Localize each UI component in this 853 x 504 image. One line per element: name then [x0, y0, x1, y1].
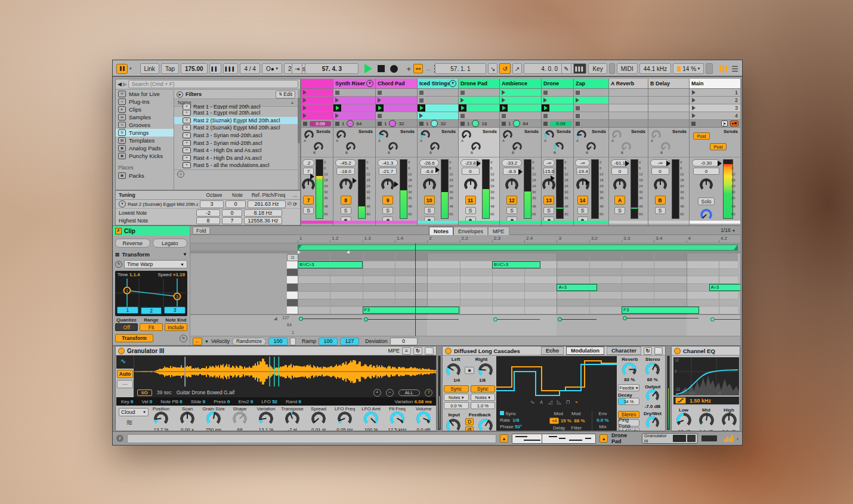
clip-slot[interactable] — [301, 112, 333, 120]
playing-clip-button[interactable] — [459, 104, 466, 112]
clip-play-icon[interactable] — [303, 90, 307, 95]
knob-value[interactable]: 13.1 % — [252, 427, 280, 431]
sidebar-item-punchy-kicks[interactable]: ▣Punchy Kicks — [116, 152, 174, 160]
peak-level-field[interactable]: -∞ — [543, 159, 555, 166]
volume-fader-handle[interactable] — [586, 180, 590, 185]
midi-note[interactable]: B♮/C♭3 — [492, 261, 540, 268]
phase-value[interactable]: 53° — [515, 424, 522, 429]
knob-value[interactable]: 12.5 kHz — [384, 427, 411, 431]
lfo-shape-2[interactable]: ◿ — [548, 399, 557, 405]
eq-freq-value[interactable]: 1.50 kHz — [690, 398, 711, 404]
send-a-knob[interactable] — [336, 130, 346, 140]
lfo-shape-4[interactable]: ⊓ — [566, 399, 575, 405]
echo-device-on-button[interactable] — [445, 348, 452, 354]
solo-button[interactable]: S — [465, 207, 476, 214]
transform-reroll-icon[interactable]: ↻ — [180, 335, 187, 342]
computer-midi-keyboard-button[interactable]: ▌▌▌ — [573, 63, 587, 74]
clip-slot[interactable] — [376, 112, 417, 120]
track-activator-button[interactable]: 7 — [303, 196, 314, 205]
scene-launch-icon[interactable] — [692, 113, 696, 118]
follow-button[interactable]: ⇥ — [292, 63, 302, 74]
shape-knob[interactable] — [233, 412, 247, 426]
stereo-value[interactable]: 60 % — [647, 377, 658, 382]
track-activator-button[interactable]: A — [614, 196, 625, 205]
track-header[interactable]: Drone Pad — [459, 79, 499, 89]
note-grid[interactable]: ΩB♮/C♭3F3B♮/C♭3A♭3F3A♭3 — [190, 253, 740, 314]
grain-mode-select[interactable]: Cloud▼ — [119, 408, 149, 416]
echo-left-value[interactable]: 1/4 — [453, 378, 460, 383]
clip-stop-square[interactable] — [461, 114, 465, 118]
clip-play-icon[interactable] — [502, 90, 505, 95]
clip-slot[interactable] — [418, 89, 458, 97]
volume-fader-handle[interactable] — [625, 160, 629, 166]
clip-slot[interactable] — [609, 89, 648, 97]
clip-play-icon[interactable] — [303, 113, 307, 118]
output-gain-knob[interactable] — [646, 389, 659, 403]
velocity-marker[interactable] — [493, 317, 497, 321]
midi-map-button[interactable]: MIDI — [617, 63, 638, 74]
cpu-meter[interactable]: 14 % ▾ — [673, 63, 704, 74]
volume-fader-handle[interactable] — [353, 178, 357, 184]
piano-key[interactable] — [287, 299, 298, 307]
filters-label[interactable]: Filters — [186, 91, 202, 97]
clip-slot[interactable] — [418, 104, 458, 112]
io-button[interactable]: I/O — [137, 389, 152, 396]
grain-size-knob[interactable] — [206, 412, 221, 426]
track-header[interactable]: Iced Strings▾ — [418, 79, 458, 89]
save-preset-icon[interactable]: ⬜ — [425, 347, 434, 355]
volume-field[interactable]: 0 — [611, 168, 628, 175]
tab-mpe[interactable]: MPE — [488, 227, 509, 236]
low-gain-knob[interactable] — [676, 413, 691, 428]
volume-fader-handle[interactable] — [666, 160, 670, 166]
solo-button[interactable]: S — [655, 207, 666, 214]
clip-slot[interactable]: 2 — [690, 97, 740, 104]
cue-volume-knob[interactable] — [700, 209, 712, 221]
echo-hot-swap-icon[interactable]: ↻ — [644, 347, 652, 355]
file-row[interactable]: ≈Rast 3 - Syrian mid-20th.ascl — [174, 132, 298, 140]
clip-slot[interactable] — [648, 112, 689, 120]
menu-hamburger-icon[interactable]: ☰ — [731, 64, 738, 73]
volume-fader-handle[interactable] — [310, 174, 314, 180]
track-activator-button[interactable]: B — [655, 196, 666, 205]
input-gain-knob[interactable] — [446, 419, 461, 431]
lowest-freq-field[interactable]: 8.18 Hz — [244, 209, 282, 217]
clip-stop-square[interactable] — [335, 91, 339, 95]
volume-field[interactable]: -21.7 — [379, 168, 397, 175]
velocity-lane[interactable]: 127641◢ — [190, 314, 740, 336]
filters-edit-button[interactable]: ⇅Edit — [276, 91, 295, 98]
clip-slot[interactable]: 3 — [690, 104, 740, 112]
stereo-link-button[interactable]: ◉ — [465, 367, 474, 374]
output-value[interactable]: -7.0 dB — [645, 404, 661, 409]
deviation-field[interactable]: 0 — [390, 338, 418, 345]
track-stop-button[interactable] — [691, 122, 696, 126]
tap-tempo-button[interactable]: Tap — [161, 63, 179, 74]
lfo-freq-knob[interactable] — [338, 412, 352, 426]
clip-slot[interactable] — [418, 112, 458, 120]
track-activator-button[interactable]: 14 — [577, 196, 588, 205]
transform-step-2[interactable]: 2 — [140, 307, 163, 315]
back-to-arrangement-button[interactable]: |▸ — [721, 120, 728, 126]
volume-field[interactable]: -15.6 — [543, 168, 554, 175]
high-gain-knob[interactable] — [722, 413, 737, 428]
scene-launch-icon[interactable] — [692, 106, 696, 110]
peak-level-field[interactable]: -41.3 — [378, 159, 398, 166]
loop-button[interactable]: ↺ — [499, 63, 510, 74]
filters-play-icon[interactable]: ▶ — [177, 91, 183, 98]
send-b-post-button[interactable]: Post — [710, 143, 727, 150]
midi-note[interactable]: B♮/C♭3 — [298, 261, 363, 268]
clip-stop-square[interactable] — [378, 91, 382, 95]
track-unfold-icon[interactable]: ▾ — [449, 80, 456, 87]
clip-stop-square[interactable] — [461, 91, 465, 95]
auto-button[interactable]: Auto — [117, 370, 133, 378]
output-meter-icon[interactable] — [724, 435, 733, 442]
midi-note[interactable]: A♭3 — [709, 284, 740, 291]
clip-slot[interactable] — [333, 112, 375, 120]
clip-stop-square[interactable] — [419, 91, 424, 95]
zoom-in-icon[interactable]: + — [373, 389, 381, 397]
track-stop-button[interactable] — [543, 122, 548, 126]
time-value[interactable]: 1.1.4 — [129, 272, 140, 277]
clip-slot[interactable] — [574, 89, 608, 97]
clip-play-icon[interactable] — [419, 113, 423, 118]
lfo-amt-knob[interactable] — [364, 412, 378, 426]
clip-play-icon[interactable] — [378, 98, 381, 103]
